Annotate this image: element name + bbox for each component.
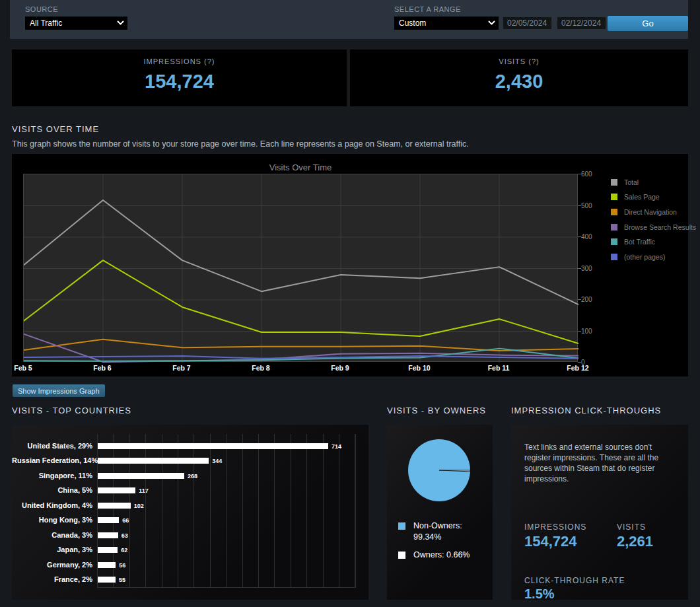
country-label: Canada, 3% <box>12 531 92 539</box>
pie-legend-swatch <box>398 522 405 530</box>
top-filter-bar: SOURCE All Traffic SELECT A RANGE Custom… <box>10 0 688 39</box>
pie-legend-swatch <box>398 552 405 559</box>
legend-item-total[interactable]: Total <box>611 176 639 184</box>
pie-legend-item-non-owners: Non-Owners: 99.34% <box>398 520 486 543</box>
by-owners-heading: VISITS - BY OWNERS <box>387 406 486 415</box>
source-select[interactable]: All Traffic <box>25 17 127 30</box>
x-tick-label: Feb 8 <box>252 364 269 372</box>
range-select-control[interactable]: Custom <box>394 17 499 30</box>
country-bar <box>98 577 116 583</box>
ct-impressions-label: IMPRESSIONS <box>524 522 586 532</box>
legend-swatch <box>611 254 617 260</box>
country-label: France, 2% <box>12 575 92 583</box>
source-select-control[interactable]: All Traffic <box>25 17 127 30</box>
visits-card: VISITS (?) 2,430 <box>350 50 688 106</box>
legend-swatch <box>611 179 617 186</box>
visits-over-time-heading: VISITS OVER TIME <box>12 124 99 134</box>
by-owners-chart: Non-Owners: 99.34%Owners: 0.66% <box>387 425 493 600</box>
ct-visits-value: 2,261 <box>617 533 653 550</box>
y-tick-label: 600 <box>581 170 604 178</box>
owners-pie-chart <box>387 425 493 511</box>
country-bar <box>98 458 209 464</box>
y-tick-label: 100 <box>581 328 604 335</box>
date-to-input[interactable] <box>557 17 606 30</box>
country-value: 55 <box>119 577 125 583</box>
line-chart-svg <box>24 174 578 363</box>
country-bar <box>98 443 328 449</box>
x-tick-label: Feb 6 <box>93 364 111 372</box>
country-value: 66 <box>122 517 129 524</box>
legend-label: Total <box>624 178 639 186</box>
country-value: 344 <box>212 458 222 464</box>
x-tick-label: Feb 11 <box>488 364 510 372</box>
x-tick-label: Feb 5 <box>14 364 32 372</box>
show-impressions-graph-button[interactable]: Show Impressions Graph <box>13 384 105 397</box>
country-label: Singapore, 11% <box>12 472 92 480</box>
pie-legend-label: Owners: 0.66% <box>413 550 486 561</box>
legend-item-direct-navigation[interactable]: Direct Navigation <box>611 205 677 213</box>
top-countries-chart: United States, 29%714Russian Federation,… <box>12 425 368 600</box>
legend-item-sales-page[interactable]: Sales Page <box>611 191 660 199</box>
country-bar <box>98 562 116 568</box>
country-value: 56 <box>119 562 125 569</box>
ctr-label: CLICK-THROUGH RATE <box>524 576 625 585</box>
legend-swatch <box>611 209 617 215</box>
pie-legend-item-owners: Owners: 0.66% <box>398 550 486 561</box>
visits-over-time-description: This graph shows the number of visits to… <box>12 139 469 149</box>
visits-card-value: 2,430 <box>350 71 688 92</box>
legend-label: Bot Traffic <box>624 238 655 246</box>
country-label: United Kingdom, 4% <box>12 501 92 509</box>
country-label: Japan, 3% <box>12 546 92 553</box>
country-value: 714 <box>332 443 341 450</box>
impressions-card: IMPRESSIONS (?) 154,724 <box>12 50 347 106</box>
top-countries-heading: VISITS - TOP COUNTRIES <box>12 406 131 415</box>
ct-impressions-value: 154,724 <box>524 533 577 550</box>
go-button[interactable]: Go <box>608 16 688 31</box>
date-from-input[interactable] <box>503 17 552 30</box>
country-bar <box>98 503 131 509</box>
legend-swatch <box>611 194 617 200</box>
legend-label: Sales Page <box>624 193 660 201</box>
bar-chart-gridlines <box>97 434 356 588</box>
country-value: 117 <box>139 487 149 494</box>
y-tick-label: 300 <box>581 265 604 272</box>
country-bar <box>98 532 118 538</box>
legend-label: (other pages) <box>624 253 665 261</box>
x-tick-label: Feb 10 <box>408 364 430 372</box>
impressions-card-value: 154,724 <box>12 71 347 92</box>
x-tick-label: Feb 9 <box>331 364 349 372</box>
country-bar <box>98 547 118 553</box>
country-value: 62 <box>121 547 127 553</box>
ctr-value: 1.5% <box>524 587 555 602</box>
ct-visits-label: VISITS <box>617 522 646 532</box>
line-chart-plot-area <box>23 174 578 362</box>
country-label: Germany, 2% <box>12 561 92 569</box>
y-tick-label: 500 <box>581 202 604 209</box>
legend-item--other-pages-[interactable]: (other pages) <box>611 250 665 258</box>
country-label: China, 5% <box>12 486 92 494</box>
y-tick-label: 400 <box>581 233 604 240</box>
y-tick-label: 200 <box>581 296 604 303</box>
steam-traffic-dashboard: SOURCE All Traffic SELECT A RANGE Custom… <box>0 0 700 607</box>
visits-over-time-chart: Visits Over Time 0100200300400500600 Feb… <box>12 154 688 376</box>
country-value: 63 <box>122 532 128 539</box>
legend-item-browse-search-results[interactable]: Browse Search Results <box>611 221 696 229</box>
country-value: 268 <box>188 473 197 480</box>
clickthrough-description: Text links and external sources don't re… <box>524 442 676 484</box>
country-value: 102 <box>134 503 144 509</box>
country-bar <box>98 473 184 479</box>
country-label: Russian Federation, 14% <box>12 456 92 464</box>
range-select[interactable]: Custom <box>394 17 499 30</box>
country-label: United States, 29% <box>12 442 92 450</box>
x-tick-label: Feb 7 <box>172 364 190 372</box>
line-series-total <box>24 200 578 304</box>
legend-item-bot-traffic[interactable]: Bot Traffic <box>611 235 655 243</box>
visits-card-title: VISITS (?) <box>350 57 688 65</box>
legend-label: Browse Search Results <box>624 223 696 231</box>
line-chart-title: Visits Over Time <box>188 162 413 172</box>
impression-clickthroughs-panel: Text links and external sources don't re… <box>511 425 688 600</box>
country-bar <box>98 487 135 493</box>
x-tick-label: Feb 12 <box>567 364 588 372</box>
legend-swatch <box>611 238 617 245</box>
pie-legend-label: Non-Owners: 99.34% <box>413 520 486 543</box>
